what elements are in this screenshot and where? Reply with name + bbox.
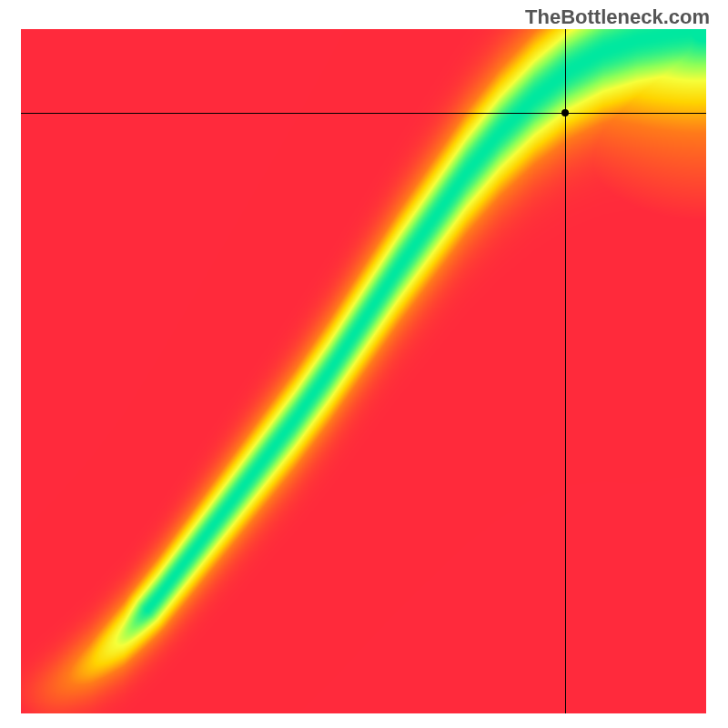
crosshair-horizontal — [21, 113, 706, 114]
heatmap-canvas — [21, 29, 706, 713]
chart-container: TheBottleneck.com — [0, 0, 728, 728]
crosshair-vertical — [565, 29, 566, 713]
crosshair-marker-dot — [561, 109, 569, 116]
watermark-text: TheBottleneck.com — [525, 5, 710, 29]
